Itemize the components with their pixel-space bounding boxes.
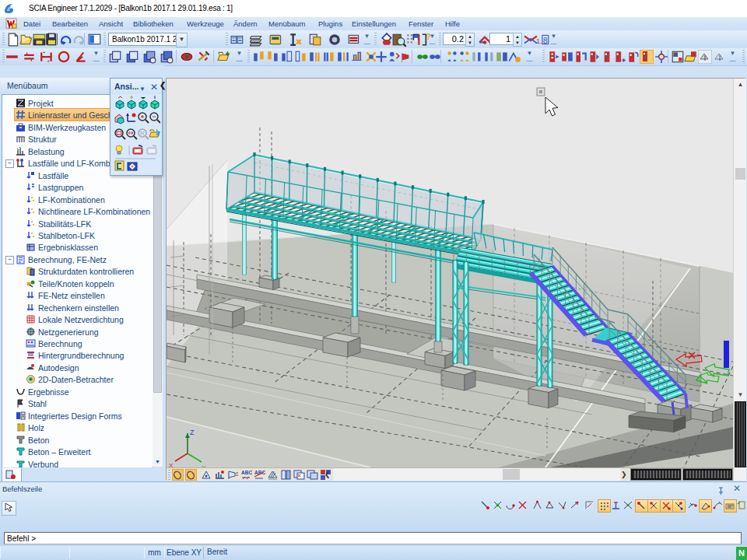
- svg-text:1.: 1.: [536, 37, 542, 45]
- svg-text:ABC: ABC: [241, 470, 252, 475]
- svg-text:R: R: [140, 130, 145, 137]
- svg-text:8: 8: [543, 37, 548, 45]
- svg-text:Z: Z: [190, 429, 195, 436]
